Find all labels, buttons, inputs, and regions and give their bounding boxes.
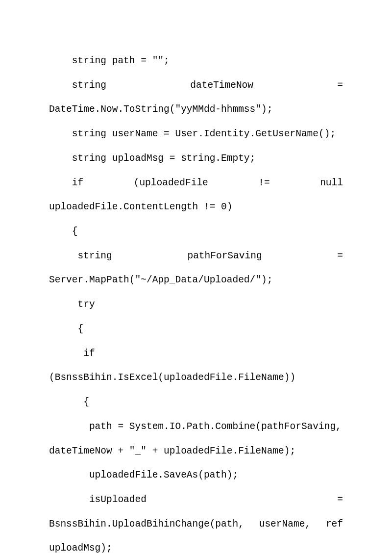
code-text: (uploadedFile xyxy=(134,171,208,196)
code-text: if xyxy=(49,171,83,196)
code-line: uploadMsg); xyxy=(49,536,343,555)
code-line: try xyxy=(49,293,343,317)
code-line: isUploaded = xyxy=(49,488,343,512)
code-text: pathForSaving xyxy=(187,244,262,269)
code-line: Server.MapPath("~/App_Data/Uploaded/"); xyxy=(49,268,343,293)
code-text: null xyxy=(320,171,343,196)
code-line: string dateTimeNow = xyxy=(49,74,343,98)
code-line: string path = ""; xyxy=(49,49,343,74)
code-line: if (uploadedFile != null xyxy=(49,171,343,196)
code-line: dateTimeNow + "_" + uploadedFile.FileNam… xyxy=(49,439,343,464)
code-line: { xyxy=(49,220,343,244)
code-text: BsnssBihin.UploadBihinChange(path, xyxy=(49,512,244,537)
code-line: uploadedFile.ContentLength != 0) xyxy=(49,195,343,220)
code-text: = xyxy=(337,74,343,98)
code-line: DateTime.Now.ToString("yyMMdd-hhmmss"); xyxy=(49,98,343,122)
code-text: = xyxy=(337,244,343,269)
code-text: string xyxy=(49,244,112,269)
code-line: path = System.IO.Path.Combine(pathForSav… xyxy=(49,415,343,439)
code-line: { xyxy=(49,390,343,415)
code-text: = xyxy=(337,488,343,512)
code-text: isUploaded xyxy=(49,488,147,512)
code-line: { xyxy=(49,317,343,342)
code-line: string pathForSaving = xyxy=(49,244,343,269)
code-line: if xyxy=(49,342,343,366)
code-line: string userName = User.Identity.GetUserN… xyxy=(49,122,343,147)
code-text: userName, xyxy=(259,512,311,537)
code-text: ref xyxy=(326,512,343,537)
code-line: BsnssBihin.UploadBihinChange(path, userN… xyxy=(49,512,343,537)
code-line: string uploadMsg = string.Empty; xyxy=(49,147,343,171)
code-text: dateTimeNow xyxy=(190,74,253,98)
code-text: != xyxy=(258,171,270,196)
code-line: uploadedFile.SaveAs(path); xyxy=(49,463,343,488)
code-block: string path = ""; string dateTimeNow = D… xyxy=(49,49,343,555)
code-line: (BsnssBihin.IsExcel(uploadedFile.FileNam… xyxy=(49,366,343,390)
code-text: string xyxy=(49,74,106,98)
